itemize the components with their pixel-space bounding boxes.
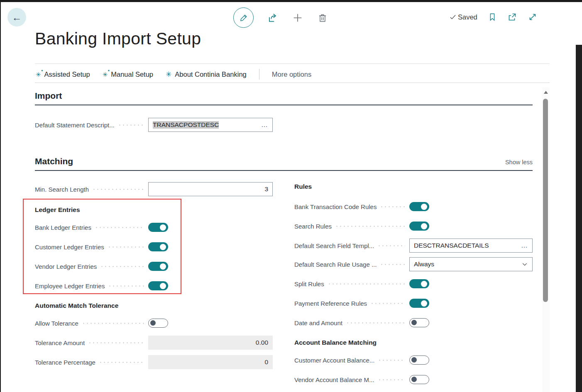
- toggle-knob: [411, 357, 417, 363]
- action-label: Manual Setup: [111, 71, 153, 78]
- lookup-ellipsis-button[interactable]: …: [521, 242, 528, 249]
- field-label: Customer Ledger Entries: [35, 243, 104, 251]
- field-customer-ledger-entries: Customer Ledger Entries: [35, 242, 273, 251]
- trash-icon: [317, 12, 328, 23]
- toggle-knob: [421, 223, 427, 229]
- show-less-link[interactable]: Show less: [505, 159, 533, 166]
- account-balance-matching-group-label: Account Balance Matching: [294, 339, 533, 346]
- dotted-leader: [99, 362, 144, 363]
- field-value: DESCTRANSACDETAILS: [414, 242, 489, 249]
- page-scrollbar-thumb[interactable]: [543, 99, 548, 302]
- field-split-rules: Split Rules: [294, 279, 533, 288]
- action-assisted-setup[interactable]: ✳✦ Assisted Setup: [36, 71, 90, 78]
- dotted-leader: [378, 379, 405, 380]
- more-options-button[interactable]: More options: [272, 71, 311, 78]
- pencil-icon: [239, 13, 248, 22]
- default-statement-description-input[interactable]: TRANSACPOSTDESC …: [148, 118, 273, 132]
- field-label: Allow Tolerance: [35, 320, 78, 327]
- field-vendor-account-balance: Vendor Account Balance M...: [294, 375, 533, 384]
- expand-diagonal-icon: [528, 12, 538, 22]
- open-in-new-window-button[interactable]: [507, 12, 517, 22]
- dotted-leader: [346, 322, 405, 324]
- action-label: About Continia Banking: [175, 71, 246, 78]
- back-button[interactable]: ←: [7, 8, 26, 27]
- dotted-leader: [377, 245, 405, 246]
- dotted-leader: [100, 266, 144, 267]
- customer-account-balance-toggle[interactable]: [409, 355, 429, 365]
- field-label: Employee Ledger Entries: [35, 282, 105, 290]
- field-label: Min. Search Length: [35, 186, 89, 193]
- checkmark-icon: [449, 13, 457, 21]
- field-default-search-rule-usage: Default Search Rule Usage ... Always: [294, 257, 533, 271]
- toggle-knob: [411, 377, 417, 382]
- toggle-knob: [421, 281, 427, 287]
- allow-tolerance-toggle[interactable]: [148, 319, 168, 328]
- employee-ledger-entries-toggle[interactable]: [148, 281, 168, 290]
- import-section-header: Import: [35, 91, 533, 105]
- min-search-length-input[interactable]: 3: [148, 182, 273, 196]
- banking-import-setup-page: ←: [0, 0, 582, 392]
- toggle-knob: [160, 244, 166, 250]
- share-button[interactable]: [267, 12, 278, 23]
- payment-reference-rules-toggle[interactable]: [409, 299, 429, 308]
- field-label: Customer Account Balance...: [294, 357, 374, 364]
- field-date-and-amount: Date and Amount: [294, 318, 533, 327]
- new-button[interactable]: [292, 12, 303, 24]
- action-about-continia-banking[interactable]: ✳ About Continia Banking: [166, 71, 247, 78]
- dotted-leader: [380, 264, 405, 265]
- save-status: Saved: [449, 13, 477, 21]
- dotted-leader: [378, 360, 405, 361]
- field-label: Search Rules: [294, 223, 332, 230]
- saved-label: Saved: [458, 13, 477, 21]
- field-label: Tolerance Amount: [35, 339, 85, 346]
- about-icon: ✳: [166, 71, 171, 78]
- scrollbar-up-arrow[interactable]: [544, 91, 548, 94]
- matching-right-column: Rules Bank Transaction Code Rules Search…: [294, 183, 533, 384]
- field-label: Default Search Rule Usage ...: [294, 261, 377, 268]
- field-default-statement-description: Default Statement Descript... TRANSACPOS…: [35, 118, 273, 132]
- dotted-leader: [370, 303, 405, 304]
- field-value: 3: [264, 185, 268, 193]
- field-bank-transaction-code-rules: Bank Transaction Code Rules: [294, 202, 533, 211]
- delete-button[interactable]: [317, 12, 328, 23]
- field-search-rules: Search Rules: [294, 222, 533, 231]
- open-in-new-window-icon: [507, 12, 517, 22]
- bookmark-button[interactable]: [488, 12, 497, 22]
- lookup-ellipsis-button[interactable]: …: [261, 121, 268, 129]
- manual-setup-icon: ✳✦: [103, 71, 108, 78]
- matching-heading: Matching: [35, 156, 73, 166]
- import-heading: Import: [35, 91, 62, 101]
- field-label: Vendor Ledger Entries: [35, 263, 97, 270]
- default-search-field-template-input[interactable]: DESCTRANSACDETAILS …: [409, 239, 533, 253]
- toggle-knob: [421, 300, 427, 307]
- field-default-search-field-template: Default Search Field Templ... DESCTRANSA…: [294, 239, 533, 253]
- field-customer-account-balance: Customer Account Balance...: [294, 355, 533, 365]
- selected-option: Always: [414, 261, 434, 268]
- bank-ledger-entries-toggle[interactable]: [148, 223, 168, 232]
- import-fields: Default Statement Descript... TRANSACPOS…: [35, 118, 273, 132]
- customer-ledger-entries-toggle[interactable]: [148, 242, 168, 251]
- date-and-amount-toggle[interactable]: [409, 318, 429, 327]
- field-label: Tolerance Percentage: [35, 359, 95, 366]
- action-manual-setup[interactable]: ✳✦ Manual Setup: [103, 71, 153, 78]
- dotted-leader: [108, 285, 144, 287]
- dotted-leader: [328, 283, 405, 285]
- field-employee-ledger-entries: Employee Ledger Entries: [35, 281, 273, 290]
- vendor-ledger-entries-toggle[interactable]: [148, 262, 168, 271]
- field-label: Payment Reference Rules: [294, 300, 367, 307]
- window-top-border: [0, 0, 582, 2]
- chevron-down-icon[interactable]: [521, 261, 528, 268]
- default-search-rule-usage-select[interactable]: Always: [409, 257, 533, 271]
- expand-button[interactable]: [528, 12, 538, 22]
- edit-button[interactable]: [233, 7, 254, 28]
- dotted-leader: [118, 124, 144, 126]
- vendor-account-balance-toggle[interactable]: [409, 375, 429, 384]
- split-rules-toggle[interactable]: [409, 279, 429, 288]
- toggle-knob: [421, 204, 427, 210]
- search-rules-toggle[interactable]: [409, 222, 429, 231]
- outer-scrollbar-strip: [576, 45, 582, 392]
- window-left-border: [0, 0, 1, 392]
- field-value: 0: [264, 358, 268, 366]
- field-tolerance-amount: Tolerance Amount 0.00: [35, 336, 273, 350]
- bank-transaction-code-rules-toggle[interactable]: [409, 202, 429, 211]
